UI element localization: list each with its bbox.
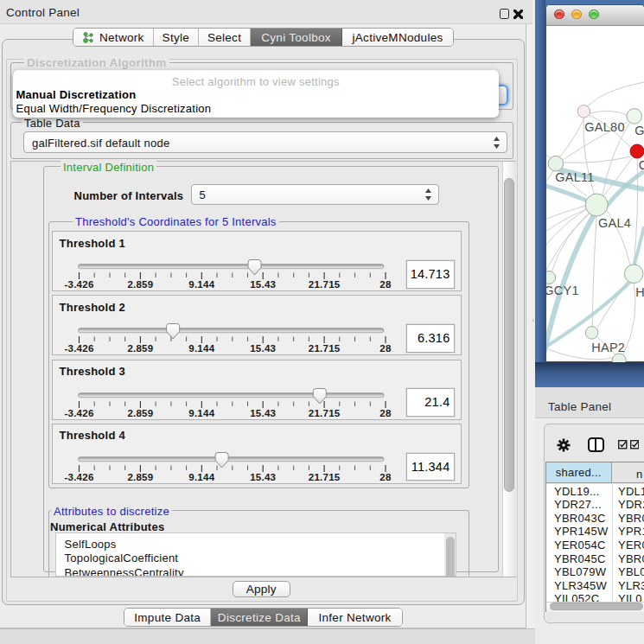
svg-text:28: 28 — [379, 279, 392, 290]
svg-text:28: 28 — [379, 344, 392, 354]
svg-text:GA: GA — [634, 124, 644, 138]
svg-text:-3.426: -3.426 — [64, 344, 93, 354]
svg-text:GAL11: GAL11 — [555, 170, 595, 184]
svg-text:2.859: 2.859 — [127, 279, 153, 290]
svg-text:15.43: 15.43 — [250, 472, 276, 482]
svg-text:-3.426: -3.426 — [64, 279, 93, 290]
svg-text:9.144: 9.144 — [188, 279, 214, 290]
svg-text:21.715: 21.715 — [308, 472, 340, 482]
svg-text:9.144: 9.144 — [188, 344, 214, 354]
svg-text:2.859: 2.859 — [127, 344, 153, 354]
svg-text:2.859: 2.859 — [127, 408, 153, 418]
svg-text:GAL4: GAL4 — [598, 216, 631, 230]
svg-text:28: 28 — [379, 472, 392, 482]
svg-text:GCY1: GCY1 — [546, 284, 579, 297]
svg-text:9.144: 9.144 — [188, 408, 214, 418]
svg-text:15.43: 15.43 — [250, 279, 276, 290]
svg-text:21.715: 21.715 — [308, 344, 340, 354]
svg-text:21.715: 21.715 — [308, 408, 340, 418]
svg-text:28: 28 — [379, 408, 392, 418]
svg-text:HAP2: HAP2 — [591, 341, 625, 354]
svg-text:15.43: 15.43 — [250, 344, 276, 354]
svg-text:21.715: 21.715 — [308, 279, 340, 290]
svg-text:9.144: 9.144 — [188, 472, 214, 482]
svg-text:C: C — [638, 158, 643, 172]
svg-text:GAL80: GAL80 — [584, 120, 625, 134]
svg-text:-3.426: -3.426 — [64, 408, 93, 418]
svg-text:H: H — [635, 285, 644, 299]
svg-text:2.859: 2.859 — [127, 472, 153, 482]
svg-text:15.43: 15.43 — [250, 408, 276, 418]
svg-text:-3.426: -3.426 — [64, 472, 93, 482]
